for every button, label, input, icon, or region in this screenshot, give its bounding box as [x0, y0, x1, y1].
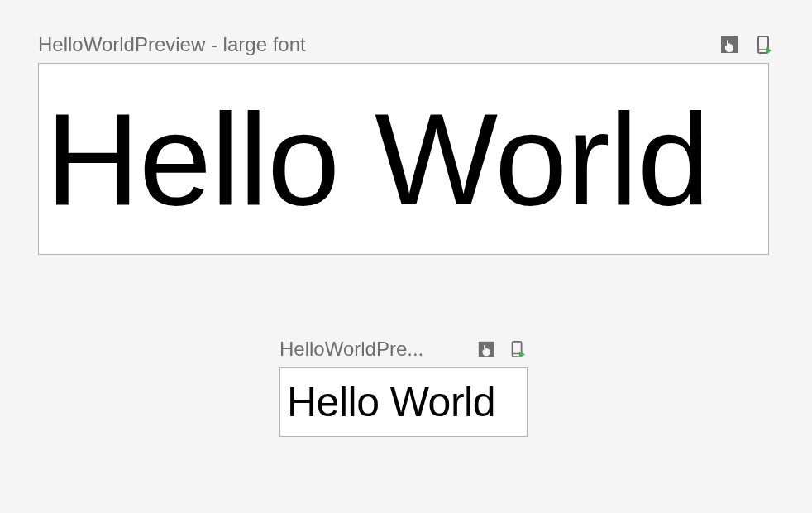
interactive-mode-icon: [719, 35, 739, 55]
preview-block-large: HelloWorldPreview - large font: [38, 33, 774, 255]
preview-title: HelloWorldPreview - large font: [38, 33, 306, 56]
preview-toolbar: [719, 35, 774, 55]
deploy-device-icon: [509, 340, 527, 358]
interactive-mode-icon: [477, 340, 495, 358]
deploy-to-device-button[interactable]: [508, 339, 528, 359]
hello-world-text-small: Hello World: [287, 381, 495, 423]
preview-block-small: HelloWorldPre... Hello World: [279, 338, 774, 437]
deploy-device-icon: [754, 35, 774, 55]
interactive-mode-button[interactable]: [719, 35, 739, 55]
preview-toolbar: [476, 339, 528, 359]
interactive-mode-button[interactable]: [476, 339, 496, 359]
preview-header: HelloWorldPre...: [279, 338, 528, 361]
preview-header: HelloWorldPreview - large font: [38, 33, 774, 56]
preview-title: HelloWorldPre...: [279, 338, 423, 361]
hello-world-text-large: Hello World: [45, 93, 709, 224]
preview-canvas-small[interactable]: Hello World: [279, 367, 528, 437]
deploy-to-device-button[interactable]: [754, 35, 774, 55]
preview-canvas-large[interactable]: Hello World: [38, 63, 769, 255]
